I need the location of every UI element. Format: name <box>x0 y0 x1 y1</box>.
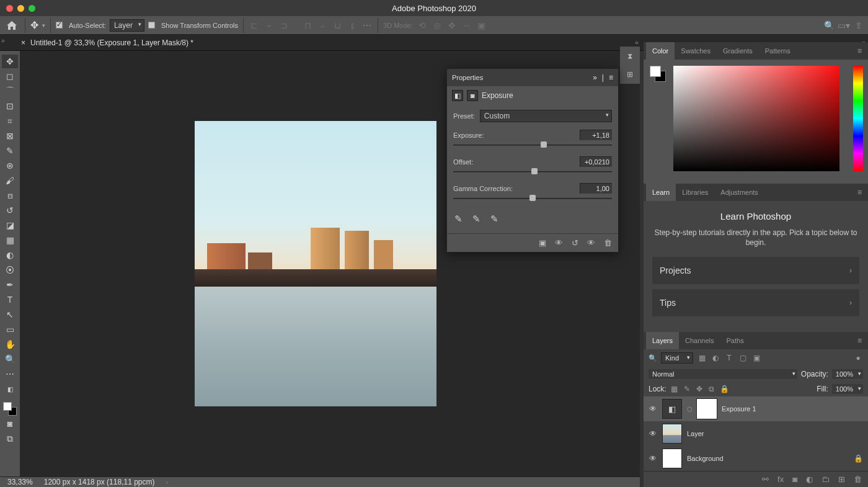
filter-type-icon[interactable]: T <box>724 353 734 363</box>
properties-tab[interactable]: Properties <box>452 74 483 81</box>
info-panel-icon[interactable]: ⊞ <box>623 68 637 81</box>
expand-arrow-icon[interactable]: » <box>1 37 5 44</box>
distribute-icon[interactable]: ⫿ <box>347 20 358 31</box>
blur-tool[interactable]: ◐ <box>2 248 18 262</box>
layer-name[interactable]: Exposure 1 <box>722 405 756 413</box>
lock-all-icon[interactable]: 🔒 <box>720 385 728 393</box>
color-picker-field[interactable] <box>673 66 839 171</box>
exposure-value[interactable]: +1,18 <box>580 130 612 140</box>
link-layers-icon[interactable]: ⚯ <box>762 475 769 484</box>
hand-tool[interactable]: ✋ <box>2 337 18 351</box>
blend-mode-dropdown[interactable]: Normal <box>649 369 797 379</box>
adjustment-type-icon[interactable]: ◧ <box>452 90 463 101</box>
toggle-visibility-icon[interactable]: 👁 <box>587 238 595 248</box>
color-swatch-pair[interactable] <box>650 66 666 82</box>
learn-projects-button[interactable]: Projects › <box>652 257 859 284</box>
frame-tool[interactable]: ⊠ <box>2 129 18 143</box>
panel-menu-icon[interactable]: ≡ <box>857 47 862 55</box>
auto-select-checkbox[interactable] <box>56 22 63 29</box>
quick-mask-icon[interactable]: ◙ <box>2 417 18 431</box>
eraser-tool[interactable]: ◪ <box>2 218 18 232</box>
layer-mask-icon[interactable]: ◙ <box>467 90 478 101</box>
share-icon[interactable]: ⇪ <box>853 20 864 31</box>
eyedropper-gray-icon[interactable]: ✎ <box>472 213 480 225</box>
history-brush-tool[interactable]: ↺ <box>2 203 18 217</box>
lasso-tool[interactable]: ⌒ <box>2 84 18 98</box>
foreground-color-swatch[interactable] <box>3 402 12 411</box>
filter-toggle-icon[interactable]: ● <box>853 353 863 363</box>
layer-thumbnail[interactable] <box>662 424 682 444</box>
rectangle-tool[interactable]: ▭ <box>2 323 18 336</box>
reset-icon[interactable]: ↺ <box>572 238 578 248</box>
preset-dropdown[interactable]: Custom <box>480 110 612 122</box>
document-dimensions[interactable]: 1200 px x 1418 px (118,11 ppcm) <box>44 478 155 486</box>
zoom-level[interactable]: 33,33% <box>7 478 33 486</box>
healing-brush-tool[interactable]: ⊛ <box>2 159 18 172</box>
layer-thumbnail[interactable] <box>662 449 682 468</box>
align-vertical-centers-icon[interactable]: ⫠ <box>317 20 328 31</box>
new-layer-icon[interactable]: ⊞ <box>838 475 845 484</box>
layer-name[interactable]: Layer <box>687 430 704 437</box>
panel-menu-icon[interactable]: ≡ <box>609 73 613 82</box>
gamma-value[interactable]: 1,00 <box>580 183 612 194</box>
exposure-slider[interactable] <box>453 143 612 150</box>
filter-pixel-icon[interactable]: ▦ <box>697 353 707 363</box>
filter-adjustment-icon[interactable]: ◐ <box>711 353 720 363</box>
show-transform-checkbox[interactable] <box>148 22 155 29</box>
path-selection-tool[interactable]: ↖ <box>2 308 18 321</box>
visibility-toggle-icon[interactable]: 👁 <box>649 454 657 463</box>
patterns-tab[interactable]: Patterns <box>759 42 797 60</box>
dock-icon[interactable]: | <box>602 73 604 82</box>
chevron-down-icon[interactable]: ▾ <box>42 22 45 29</box>
lock-image-icon[interactable]: ✎ <box>683 385 691 393</box>
quick-selection-tool[interactable]: ⊡ <box>2 99 18 113</box>
channels-tab[interactable]: Channels <box>679 332 720 349</box>
layer-style-icon[interactable]: fx <box>777 475 784 484</box>
type-tool[interactable]: T <box>2 293 18 306</box>
screen-mode-icon[interactable]: ⧉ <box>2 432 18 445</box>
document-tab[interactable]: Untitled-1 @ 33,3% (Exposure 1, Layer Ma… <box>30 38 193 47</box>
layer-name[interactable]: Background <box>687 455 724 462</box>
swatches-tab[interactable]: Swatches <box>675 42 717 60</box>
workspace-switcher-icon[interactable]: ▭▾ <box>838 20 849 31</box>
history-panel-icon[interactable]: ⧗ <box>623 49 637 63</box>
layer-filter-kind-dropdown[interactable]: Kind <box>661 352 693 364</box>
status-flyout-icon[interactable]: › <box>166 479 167 486</box>
new-adjustment-icon[interactable]: ◐ <box>806 475 813 484</box>
move-tool[interactable]: ✥ <box>2 55 18 68</box>
panel-menu-icon[interactable]: ≡ <box>857 336 862 345</box>
brush-tool[interactable]: 🖌 <box>2 174 18 187</box>
align-bottom-edges-icon[interactable]: ⊔ <box>332 20 343 31</box>
eyedropper-tool[interactable]: ✎ <box>2 144 18 158</box>
add-mask-icon[interactable]: ◙ <box>792 475 797 484</box>
paths-tab[interactable]: Paths <box>720 332 750 349</box>
visibility-toggle-icon[interactable]: 👁 <box>649 429 657 438</box>
view-previous-icon[interactable]: 👁 <box>555 238 563 248</box>
close-tab-icon[interactable]: × <box>21 38 25 47</box>
more-options-icon[interactable]: ⋯ <box>361 20 373 31</box>
link-mask-icon[interactable]: ⬡ <box>687 406 692 413</box>
home-button[interactable] <box>4 19 20 32</box>
lock-artboard-icon[interactable]: ⧉ <box>707 385 716 393</box>
gradients-tab[interactable]: Gradients <box>717 42 759 60</box>
fill-field[interactable]: 100% <box>832 384 863 394</box>
collapse-panels-icon[interactable]: « <box>635 38 639 46</box>
offset-slider[interactable] <box>453 169 612 177</box>
align-left-edges-icon[interactable]: ⊏ <box>249 20 260 31</box>
delete-adjustment-icon[interactable]: 🗑 <box>604 238 612 248</box>
clone-stamp-tool[interactable]: ⧈ <box>2 189 18 202</box>
gradient-tool[interactable]: ▦ <box>2 233 18 247</box>
layer-item-background[interactable]: 👁 Background 🔒 <box>644 446 868 471</box>
dodge-tool[interactable]: ⦿ <box>2 263 18 277</box>
align-right-edges-icon[interactable]: ⊐ <box>278 20 290 31</box>
filter-shape-icon[interactable]: ▢ <box>738 353 748 363</box>
layer-item-layer[interactable]: 👁 Layer <box>644 421 868 446</box>
opacity-field[interactable]: 100% <box>832 369 863 379</box>
filter-smart-icon[interactable]: ▣ <box>751 353 761 363</box>
libraries-tab[interactable]: Libraries <box>676 184 714 201</box>
eyedropper-white-icon[interactable]: ✎ <box>490 213 498 225</box>
layer-item-exposure[interactable]: 👁 ◧ ⬡ Exposure 1 <box>644 396 868 421</box>
marquee-tool[interactable]: ◻ <box>2 69 18 83</box>
minimize-window-icon[interactable] <box>17 5 24 12</box>
pen-tool[interactable]: ✒ <box>2 278 18 292</box>
